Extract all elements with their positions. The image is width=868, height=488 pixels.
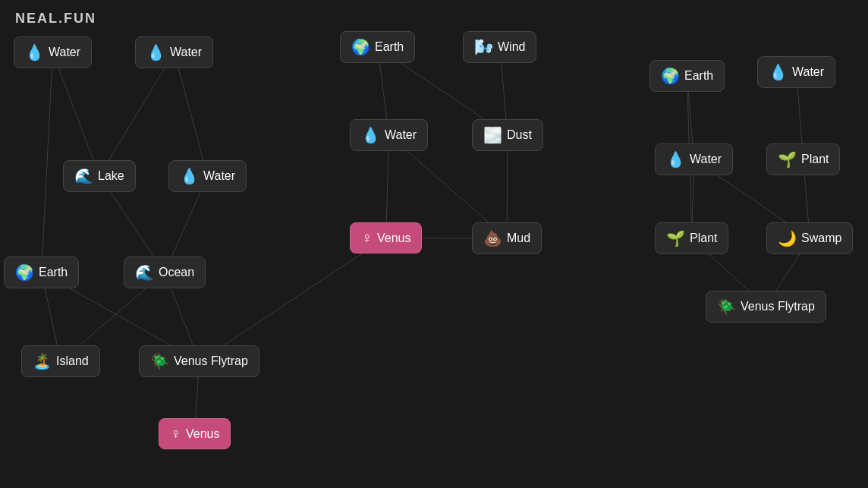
node-dust1[interactable]: 🌫️Dust [472,119,543,151]
node-swamp1[interactable]: 🌙Swamp [766,222,853,254]
node-emoji-water2: 💧 [146,43,165,61]
node-label-water5: Water [203,169,235,183]
node-emoji-wind1: 🌬️ [474,38,493,56]
node-label-water6: Water [690,153,722,166]
node-label-earth3: Earth [39,266,68,279]
node-label-wind1: Wind [498,40,525,54]
node-venus2[interactable]: ♀️Venus [159,418,231,449]
node-emoji-venusflytrap1: 🪲 [717,298,736,316]
node-label-venus1: Venus [377,231,410,245]
node-emoji-water1: 💧 [25,43,44,61]
node-emoji-plant1: 🌱 [778,150,797,168]
node-venusflytrap2[interactable]: 🪲Venus Flytrap [139,345,259,377]
node-water4[interactable]: 💧Water [350,119,428,151]
node-emoji-earth1: 🌍 [351,38,370,56]
connection-water2-water5 [175,52,208,176]
node-emoji-venus1: ♀️ [361,229,373,247]
node-label-water3: Water [792,65,824,79]
node-emoji-island1: 🏝️ [33,352,52,370]
node-earth1[interactable]: 🌍Earth [340,31,415,63]
node-water2[interactable]: 💧Water [135,36,213,68]
node-emoji-water6: 💧 [666,150,685,168]
node-emoji-dust1: 🌫️ [483,126,502,144]
node-label-plant2: Plant [690,231,717,245]
node-label-ocean1: Ocean [159,266,194,279]
node-emoji-plant2: 🌱 [666,229,685,247]
node-label-earth2: Earth [684,69,713,83]
connection-venus1-venusflytrap2 [199,238,385,362]
node-water1[interactable]: 💧Water [14,36,92,68]
node-label-venusflytrap2: Venus Flytrap [174,354,248,368]
node-label-venus2: Venus [186,427,219,441]
node-label-lake1: Lake [98,169,124,183]
node-label-island1: Island [56,354,89,368]
node-island1[interactable]: 🏝️Island [21,345,100,377]
connection-water1-earth3 [42,52,53,272]
node-water3[interactable]: 💧Water [757,56,835,88]
node-label-water2: Water [170,46,202,59]
node-emoji-mud1: 💩 [483,229,502,247]
node-plant2[interactable]: 🌱Plant [655,222,728,254]
node-emoji-lake1: 🌊 [74,167,93,185]
node-venusflytrap1[interactable]: 🪲Venus Flytrap [706,291,826,323]
node-water6[interactable]: 💧Water [655,143,733,175]
node-label-water1: Water [49,46,80,59]
node-emoji-water3: 💧 [769,63,788,81]
node-water5[interactable]: 💧Water [168,160,247,192]
logo: NEAL.FUN [15,11,96,27]
node-label-plant1: Plant [801,153,829,166]
node-emoji-earth2: 🌍 [661,67,680,85]
node-label-mud1: Mud [507,231,530,245]
node-label-venusflytrap1: Venus Flytrap [741,300,815,313]
connection-water1-lake1 [53,52,99,176]
connection-water2-lake1 [99,52,175,176]
node-emoji-swamp1: 🌙 [778,229,797,247]
node-venus1[interactable]: ♀️Venus [350,222,422,253]
node-wind1[interactable]: 🌬️Wind [463,31,536,63]
node-emoji-water4: 💧 [361,126,380,144]
node-emoji-venusflytrap2: 🪲 [150,352,169,370]
connections-svg [0,0,868,488]
node-lake1[interactable]: 🌊Lake [63,160,136,192]
node-label-dust1: Dust [507,128,532,142]
node-earth3[interactable]: 🌍Earth [4,257,79,288]
node-label-swamp1: Swamp [801,231,841,245]
node-label-water4: Water [385,128,417,142]
node-emoji-earth3: 🌍 [15,263,34,282]
node-label-earth1: Earth [375,40,404,54]
node-emoji-ocean1: 🌊 [135,263,154,282]
node-plant1[interactable]: 🌱Plant [766,143,840,175]
node-mud1[interactable]: 💩Mud [472,222,542,254]
node-emoji-water5: 💧 [180,167,199,185]
node-ocean1[interactable]: 🌊Ocean [124,257,206,288]
node-earth2[interactable]: 🌍Earth [649,60,725,92]
node-emoji-venus2: ♀️ [170,425,181,442]
